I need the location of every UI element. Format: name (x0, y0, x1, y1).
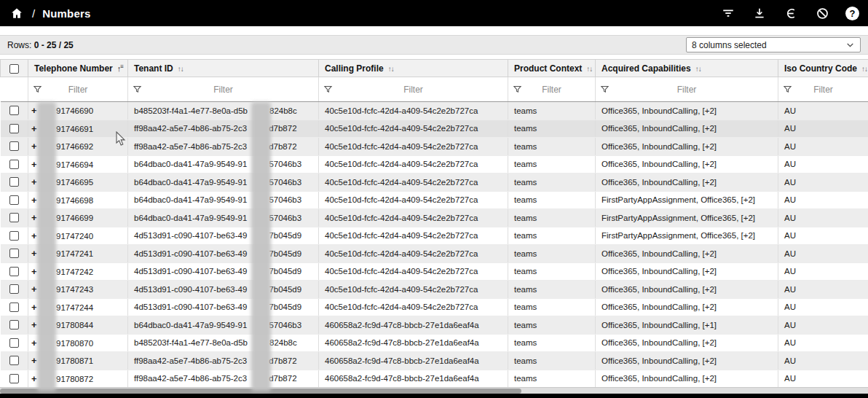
cell-product-context: teams (508, 191, 596, 209)
cell-telephone-number: +91746691 (28, 120, 128, 138)
cell-tenant-id: ff98aa42-a5e7-4b86-ab75-2c3d7b872 (128, 120, 319, 138)
column-header-label: Telephone Number (34, 63, 113, 74)
chevron-down-icon (845, 40, 855, 50)
help-icon[interactable]: ? (845, 7, 859, 20)
cell-iso-country-code: AU (778, 281, 868, 299)
row-select-cell (1, 227, 28, 245)
select-all-cell (1, 60, 28, 77)
column-header-product-context[interactable]: Product Context↑↓ (508, 60, 596, 77)
expand-row-button[interactable]: + (31, 337, 40, 348)
cell-iso-country-code: AU (778, 316, 868, 335)
filter-input-calling-profile[interactable]: Filter (319, 77, 508, 102)
expand-row-button[interactable]: + (31, 266, 40, 277)
cell-iso-country-code: AU (778, 370, 868, 388)
row-checkbox[interactable] (9, 267, 19, 276)
cell-tenant-id: 4d513d91-c090-4107-be63-497b045d9 (128, 281, 319, 299)
expand-row-button[interactable]: + (31, 176, 40, 187)
row-checkbox[interactable] (9, 231, 19, 241)
expand-row-button[interactable]: + (31, 159, 40, 170)
row-checkbox[interactable] (9, 160, 19, 169)
filter-input-tenant-id[interactable]: Filter (128, 77, 319, 102)
row-checkbox[interactable] (9, 249, 19, 258)
cell-calling-profile: 40c5e10d-fcfc-42d4-a409-54c2e2b727ca (319, 155, 508, 173)
expand-row-button[interactable]: + (31, 302, 40, 313)
expand-row-button[interactable]: + (31, 123, 40, 134)
cell-calling-profile: 40c5e10d-fcfc-42d4-a409-54c2e2b727ca (319, 209, 508, 227)
cell-acquired-capabilities: Office365, InboundCalling, [+2] (596, 281, 778, 299)
row-checkbox[interactable] (9, 124, 19, 133)
sort-icon[interactable]: ↑↓ (178, 65, 184, 73)
sort-icon[interactable]: ↑↓ (586, 65, 592, 73)
expand-row-button[interactable]: + (31, 248, 40, 259)
sort-icon[interactable]: ↑↓ (388, 65, 394, 73)
row-checkbox[interactable] (9, 141, 19, 151)
column-header-calling-profile[interactable]: Calling Profile↑↓ (319, 60, 508, 77)
cell-tenant-id: ff98aa42-a5e7-4b86-ab75-2c3d7b872 (128, 138, 319, 156)
scrollbar-thumb[interactable] (0, 389, 521, 394)
sort-icon[interactable]: ↑↓ (861, 65, 867, 73)
cell-calling-profile: 460658a2-fc9d-47c8-bbcb-27e1da6eaf4a (319, 334, 508, 352)
row-select-cell (1, 262, 28, 281)
cell-product-context: teams (508, 138, 596, 156)
row-checkbox[interactable] (9, 338, 19, 348)
cell-tenant-id: 4d513d91-c090-4107-be63-497b045d9 (128, 262, 319, 281)
block-icon[interactable] (814, 5, 830, 21)
cell-calling-profile: 460658a2-fc9d-47c8-bbcb-27e1da6eaf4a (319, 352, 508, 370)
expand-row-button[interactable]: + (31, 319, 40, 330)
row-checkbox[interactable] (9, 213, 19, 222)
home-icon[interactable] (9, 5, 25, 21)
filter-placeholder: Filter (142, 85, 304, 95)
row-checkbox[interactable] (9, 195, 19, 205)
cell-acquired-capabilities: Office365, InboundCalling, [+2] (596, 352, 778, 370)
column-header-iso-country-code[interactable]: Iso Country Code↑↓ (778, 60, 868, 77)
filter-input-iso-country-code[interactable]: Filter (778, 77, 868, 102)
row-checkbox[interactable] (9, 177, 19, 187)
row-checkbox[interactable] (9, 374, 19, 383)
sort-icon[interactable]: ↑↓ (695, 65, 701, 73)
row-select-cell (1, 245, 28, 263)
columns-selector[interactable]: 8 columns selected (686, 37, 861, 52)
cell-iso-country-code: AU (778, 334, 868, 352)
cell-calling-profile: 40c5e10d-fcfc-42d4-a409-54c2e2b727ca (319, 281, 508, 299)
telephone-number-value: 91747244 (56, 303, 93, 312)
expand-row-button[interactable]: + (31, 373, 40, 384)
cell-telephone-number: +91780870 (28, 334, 128, 352)
expand-row-button[interactable]: + (31, 212, 40, 223)
sort-asc-icon[interactable]: ↑≡ (117, 64, 124, 73)
expand-row-button[interactable]: + (31, 230, 40, 241)
row-checkbox[interactable] (9, 284, 19, 294)
expand-row-button[interactable]: + (31, 284, 40, 294)
page-title: Numbers (42, 7, 90, 20)
export-icon[interactable] (783, 5, 799, 21)
column-header-tenant-id[interactable]: Tenant ID↑↓ (128, 60, 319, 77)
row-checkbox[interactable] (9, 320, 19, 329)
expand-row-button[interactable]: + (31, 105, 40, 116)
column-header-label: Tenant ID (134, 63, 173, 74)
row-select-cell (1, 120, 28, 138)
cell-product-context: teams (508, 245, 596, 263)
cell-telephone-number: +91780844 (28, 316, 128, 335)
cell-product-context: teams (508, 298, 596, 316)
column-header-acquired-capabilities[interactable]: Acquired Capabilities↑↓ (596, 60, 778, 77)
filter-input-telephone-number[interactable]: Filter (28, 77, 128, 102)
row-select-cell (1, 209, 28, 227)
telephone-number-value: 91780872 (56, 375, 93, 383)
download-icon[interactable] (751, 5, 768, 21)
filter-icon[interactable] (720, 5, 736, 21)
expand-row-button[interactable]: + (31, 195, 40, 206)
row-checkbox[interactable] (9, 356, 19, 365)
row-checkbox[interactable] (9, 106, 19, 115)
cell-acquired-capabilities: Office365, InboundCalling, [+2] (596, 298, 778, 316)
horizontal-scrollbar[interactable] (0, 387, 868, 394)
column-header-label: Calling Profile (325, 63, 384, 74)
expand-row-button[interactable]: + (31, 355, 40, 366)
expand-row-button[interactable]: + (31, 141, 40, 152)
cell-iso-country-code: AU (778, 138, 868, 156)
filter-input-acquired-capabilities[interactable]: Filter (596, 77, 778, 102)
funnel-icon (323, 85, 333, 94)
row-checkbox[interactable] (9, 303, 19, 312)
cell-product-context: teams (508, 155, 596, 173)
filter-input-product-context[interactable]: Filter (508, 77, 596, 102)
select-all-checkbox[interactable] (9, 64, 19, 74)
column-header-telephone-number[interactable]: Telephone Number↑≡ (28, 60, 128, 77)
